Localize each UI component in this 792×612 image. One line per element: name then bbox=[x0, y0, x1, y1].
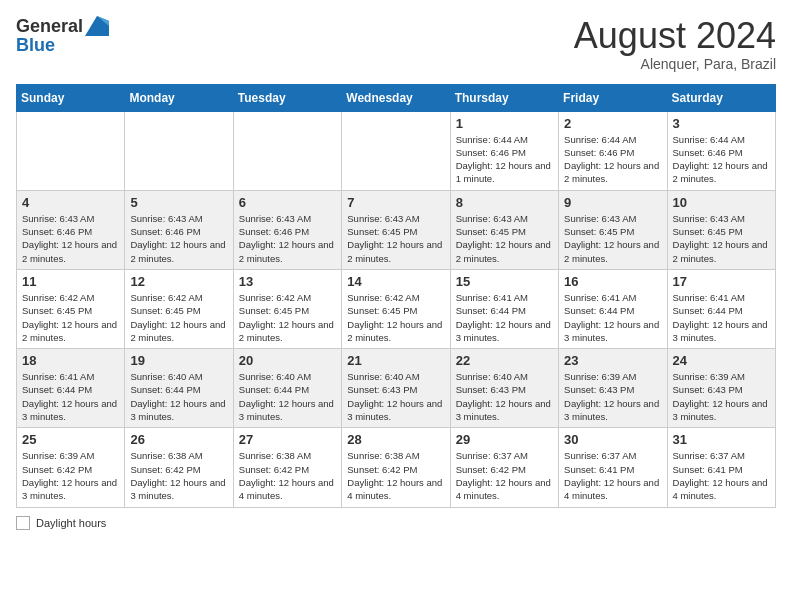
table-row: 31Sunrise: 6:37 AMSunset: 6:41 PMDayligh… bbox=[667, 428, 775, 507]
table-row: 22Sunrise: 6:40 AMSunset: 6:43 PMDayligh… bbox=[450, 349, 558, 428]
calendar-day-header: Wednesday bbox=[342, 84, 450, 111]
table-row: 24Sunrise: 6:39 AMSunset: 6:43 PMDayligh… bbox=[667, 349, 775, 428]
day-info: Sunrise: 6:38 AMSunset: 6:42 PMDaylight:… bbox=[130, 449, 227, 502]
table-row: 9Sunrise: 6:43 AMSunset: 6:45 PMDaylight… bbox=[559, 190, 667, 269]
calendar-week-row: 18Sunrise: 6:41 AMSunset: 6:44 PMDayligh… bbox=[17, 349, 776, 428]
table-row: 5Sunrise: 6:43 AMSunset: 6:46 PMDaylight… bbox=[125, 190, 233, 269]
day-info: Sunrise: 6:39 AMSunset: 6:42 PMDaylight:… bbox=[22, 449, 119, 502]
day-info: Sunrise: 6:38 AMSunset: 6:42 PMDaylight:… bbox=[239, 449, 336, 502]
day-info: Sunrise: 6:40 AMSunset: 6:44 PMDaylight:… bbox=[130, 370, 227, 423]
logo: General Blue bbox=[16, 16, 109, 55]
day-number: 11 bbox=[22, 274, 119, 289]
table-row: 14Sunrise: 6:42 AMSunset: 6:45 PMDayligh… bbox=[342, 269, 450, 348]
day-number: 22 bbox=[456, 353, 553, 368]
table-row: 11Sunrise: 6:42 AMSunset: 6:45 PMDayligh… bbox=[17, 269, 125, 348]
logo-icon bbox=[85, 16, 109, 36]
day-info: Sunrise: 6:41 AMSunset: 6:44 PMDaylight:… bbox=[456, 291, 553, 344]
calendar-week-row: 4Sunrise: 6:43 AMSunset: 6:46 PMDaylight… bbox=[17, 190, 776, 269]
table-row: 4Sunrise: 6:43 AMSunset: 6:46 PMDaylight… bbox=[17, 190, 125, 269]
table-row bbox=[342, 111, 450, 190]
day-info: Sunrise: 6:42 AMSunset: 6:45 PMDaylight:… bbox=[130, 291, 227, 344]
day-number: 20 bbox=[239, 353, 336, 368]
table-row: 1Sunrise: 6:44 AMSunset: 6:46 PMDaylight… bbox=[450, 111, 558, 190]
calendar-week-row: 11Sunrise: 6:42 AMSunset: 6:45 PMDayligh… bbox=[17, 269, 776, 348]
day-number: 5 bbox=[130, 195, 227, 210]
table-row: 7Sunrise: 6:43 AMSunset: 6:45 PMDaylight… bbox=[342, 190, 450, 269]
day-number: 12 bbox=[130, 274, 227, 289]
day-info: Sunrise: 6:37 AMSunset: 6:41 PMDaylight:… bbox=[564, 449, 661, 502]
day-info: Sunrise: 6:40 AMSunset: 6:43 PMDaylight:… bbox=[347, 370, 444, 423]
day-number: 9 bbox=[564, 195, 661, 210]
table-row: 27Sunrise: 6:38 AMSunset: 6:42 PMDayligh… bbox=[233, 428, 341, 507]
day-number: 3 bbox=[673, 116, 770, 131]
day-info: Sunrise: 6:43 AMSunset: 6:45 PMDaylight:… bbox=[456, 212, 553, 265]
calendar-day-header: Sunday bbox=[17, 84, 125, 111]
table-row: 15Sunrise: 6:41 AMSunset: 6:44 PMDayligh… bbox=[450, 269, 558, 348]
day-number: 30 bbox=[564, 432, 661, 447]
legend-box bbox=[16, 516, 30, 530]
day-number: 24 bbox=[673, 353, 770, 368]
day-number: 25 bbox=[22, 432, 119, 447]
day-info: Sunrise: 6:43 AMSunset: 6:46 PMDaylight:… bbox=[130, 212, 227, 265]
table-row: 18Sunrise: 6:41 AMSunset: 6:44 PMDayligh… bbox=[17, 349, 125, 428]
day-info: Sunrise: 6:41 AMSunset: 6:44 PMDaylight:… bbox=[22, 370, 119, 423]
day-number: 15 bbox=[456, 274, 553, 289]
day-number: 18 bbox=[22, 353, 119, 368]
day-info: Sunrise: 6:37 AMSunset: 6:41 PMDaylight:… bbox=[673, 449, 770, 502]
day-info: Sunrise: 6:44 AMSunset: 6:46 PMDaylight:… bbox=[673, 133, 770, 186]
day-info: Sunrise: 6:44 AMSunset: 6:46 PMDaylight:… bbox=[456, 133, 553, 186]
calendar-day-header: Tuesday bbox=[233, 84, 341, 111]
day-info: Sunrise: 6:43 AMSunset: 6:46 PMDaylight:… bbox=[22, 212, 119, 265]
day-info: Sunrise: 6:42 AMSunset: 6:45 PMDaylight:… bbox=[347, 291, 444, 344]
day-number: 8 bbox=[456, 195, 553, 210]
day-info: Sunrise: 6:41 AMSunset: 6:44 PMDaylight:… bbox=[673, 291, 770, 344]
table-row: 29Sunrise: 6:37 AMSunset: 6:42 PMDayligh… bbox=[450, 428, 558, 507]
svg-marker-0 bbox=[85, 16, 109, 36]
logo-blue: Blue bbox=[16, 35, 55, 55]
day-info: Sunrise: 6:43 AMSunset: 6:45 PMDaylight:… bbox=[347, 212, 444, 265]
day-number: 14 bbox=[347, 274, 444, 289]
table-row: 12Sunrise: 6:42 AMSunset: 6:45 PMDayligh… bbox=[125, 269, 233, 348]
legend-label: Daylight hours bbox=[36, 517, 106, 529]
day-info: Sunrise: 6:39 AMSunset: 6:43 PMDaylight:… bbox=[564, 370, 661, 423]
day-info: Sunrise: 6:37 AMSunset: 6:42 PMDaylight:… bbox=[456, 449, 553, 502]
day-info: Sunrise: 6:43 AMSunset: 6:46 PMDaylight:… bbox=[239, 212, 336, 265]
day-info: Sunrise: 6:39 AMSunset: 6:43 PMDaylight:… bbox=[673, 370, 770, 423]
table-row: 26Sunrise: 6:38 AMSunset: 6:42 PMDayligh… bbox=[125, 428, 233, 507]
calendar-header-row: SundayMondayTuesdayWednesdayThursdayFrid… bbox=[17, 84, 776, 111]
day-info: Sunrise: 6:40 AMSunset: 6:43 PMDaylight:… bbox=[456, 370, 553, 423]
day-info: Sunrise: 6:40 AMSunset: 6:44 PMDaylight:… bbox=[239, 370, 336, 423]
month-year-title: August 2024 bbox=[574, 16, 776, 56]
table-row: 19Sunrise: 6:40 AMSunset: 6:44 PMDayligh… bbox=[125, 349, 233, 428]
location-subtitle: Alenquer, Para, Brazil bbox=[574, 56, 776, 72]
day-number: 7 bbox=[347, 195, 444, 210]
day-number: 26 bbox=[130, 432, 227, 447]
table-row bbox=[125, 111, 233, 190]
page-header: General Blue August 2024 Alenquer, Para,… bbox=[16, 16, 776, 72]
table-row: 6Sunrise: 6:43 AMSunset: 6:46 PMDaylight… bbox=[233, 190, 341, 269]
day-number: 29 bbox=[456, 432, 553, 447]
day-info: Sunrise: 6:43 AMSunset: 6:45 PMDaylight:… bbox=[564, 212, 661, 265]
day-number: 16 bbox=[564, 274, 661, 289]
day-number: 1 bbox=[456, 116, 553, 131]
day-number: 10 bbox=[673, 195, 770, 210]
table-row: 21Sunrise: 6:40 AMSunset: 6:43 PMDayligh… bbox=[342, 349, 450, 428]
calendar-day-header: Monday bbox=[125, 84, 233, 111]
day-info: Sunrise: 6:42 AMSunset: 6:45 PMDaylight:… bbox=[239, 291, 336, 344]
day-number: 17 bbox=[673, 274, 770, 289]
day-number: 6 bbox=[239, 195, 336, 210]
table-row: 8Sunrise: 6:43 AMSunset: 6:45 PMDaylight… bbox=[450, 190, 558, 269]
calendar-table: SundayMondayTuesdayWednesdayThursdayFrid… bbox=[16, 84, 776, 508]
day-number: 2 bbox=[564, 116, 661, 131]
calendar-day-header: Thursday bbox=[450, 84, 558, 111]
day-info: Sunrise: 6:41 AMSunset: 6:44 PMDaylight:… bbox=[564, 291, 661, 344]
day-number: 21 bbox=[347, 353, 444, 368]
day-info: Sunrise: 6:44 AMSunset: 6:46 PMDaylight:… bbox=[564, 133, 661, 186]
day-number: 28 bbox=[347, 432, 444, 447]
calendar-week-row: 25Sunrise: 6:39 AMSunset: 6:42 PMDayligh… bbox=[17, 428, 776, 507]
title-section: August 2024 Alenquer, Para, Brazil bbox=[574, 16, 776, 72]
calendar-week-row: 1Sunrise: 6:44 AMSunset: 6:46 PMDaylight… bbox=[17, 111, 776, 190]
table-row: 2Sunrise: 6:44 AMSunset: 6:46 PMDaylight… bbox=[559, 111, 667, 190]
day-number: 13 bbox=[239, 274, 336, 289]
day-number: 23 bbox=[564, 353, 661, 368]
